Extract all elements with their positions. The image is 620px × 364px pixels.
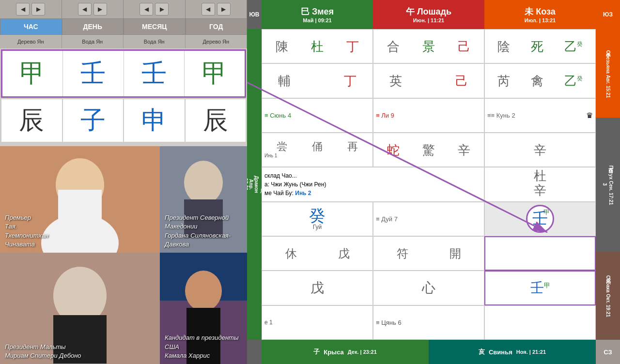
- bottom-left-spacer: [247, 340, 262, 364]
- next-month-btn[interactable]: ▶: [155, 3, 169, 15]
- left-labels: 辰ДраконАпр.07:21: [247, 29, 262, 340]
- year-branch: 辰: [185, 99, 247, 142]
- monkey-label: 申 Обезьяна Авг. 15:21: [596, 29, 620, 118]
- month-label[interactable]: МЕСЯЦ: [124, 18, 186, 35]
- hour-branch: 辰: [1, 99, 62, 142]
- photos-section: Премьер Тая. Тхемпонитхан Чинавата Прези…: [0, 146, 247, 364]
- year-label[interactable]: ГОД: [186, 18, 248, 35]
- nav-group-hour: ◀ ▶: [0, 0, 62, 18]
- day-stem: 壬: [63, 51, 124, 96]
- direction-sz: СЗ: [596, 340, 620, 364]
- day-sublabel: Вода Ян: [62, 35, 124, 48]
- main-grid: 陳 杜 丁 合 景 己 陰 死 乙癸: [262, 29, 596, 340]
- cell-r2c1: 輔 丁: [262, 63, 373, 98]
- photo-2-caption: Президент Северной Македонии Гордана Сил…: [165, 213, 247, 249]
- dog-label: 戌 Собака Окт. 19:21: [596, 251, 620, 340]
- next-year-btn[interactable]: ▶: [217, 3, 231, 15]
- cell-r4c3: 辛: [484, 133, 596, 167]
- hour-sublabel: Дерево Ян: [0, 35, 62, 48]
- photo-thai-pm: Премьер Тая. Тхемпонитхан Чинавата: [0, 146, 160, 253]
- col-goat: 未 Коза Июл. | 13:21: [484, 0, 596, 29]
- svg-point-13: [185, 271, 222, 311]
- rat-cell: 子 Крыса Дек. | 23:21: [262, 340, 429, 364]
- sublabel-row: Дерево Ян Вода Ян Вода Ян Дерево Ян: [0, 35, 247, 48]
- calendar-header: ЮВ 巳 Змея Май | 09:21 午 Лошадь Июн. | 11…: [247, 0, 620, 29]
- pig-cell: 亥 Свинья Ноя. | 21:21: [429, 340, 596, 364]
- photo-3-caption: Президент Мальты Мириам Спитери Дебоно: [5, 343, 81, 360]
- left-panel: ◀ ▶ ◀ ▶ ◀ ▶ ◀ ▶ ЧАС ДЕНЬ МЕСЯЦ ГОД Дерев…: [0, 0, 247, 364]
- dragon-label: 辰ДраконАпр.07:21: [247, 29, 262, 340]
- photo-kamala: Кандидат в президенты США Камала Харрис: [160, 253, 247, 364]
- cell-r8c3: 壬甲: [484, 271, 596, 305]
- prev-day-btn[interactable]: ◀: [78, 3, 92, 15]
- direction-yuv: ЮВ: [247, 0, 262, 29]
- cell-r6c2: ≡ Дуй 7: [373, 202, 484, 236]
- cell-r3c2: ≡ Ли 9: [373, 98, 484, 133]
- cell-r3c3: ≡≡ Кунь 2 ♛: [484, 98, 596, 133]
- right-labels: 申 Обезьяна Авг. 15:21 酉 Петух Сен. 17:21…: [596, 29, 620, 340]
- prev-month-btn[interactable]: ◀: [140, 3, 153, 15]
- cell-r9c3: [484, 305, 596, 340]
- ton-circle: 壬 甲: [526, 205, 554, 233]
- cell-r7c3: [484, 236, 596, 271]
- cell-r6c1: 癸 Гуй: [262, 202, 373, 236]
- cell-r9c2: ≡ Цянь 6: [373, 305, 484, 340]
- nav-row: ◀ ▶ ◀ ▶ ◀ ▶ ◀ ▶: [0, 0, 247, 18]
- nav-group-day: ◀ ▶: [62, 0, 124, 18]
- photo-4-caption: Кандидат в президенты США Камала Харрис: [165, 334, 247, 360]
- cell-r1c1: 陳 杜 丁: [262, 29, 373, 63]
- year-stem: 甲: [185, 51, 245, 96]
- cell-r8c1: 戊: [262, 271, 373, 305]
- cell-r4c2: 蛇 驚 辛: [373, 133, 484, 167]
- cell-r5c3: 杜 辛: [484, 167, 596, 201]
- hour-label[interactable]: ЧАС: [0, 18, 62, 35]
- svg-point-5: [184, 161, 223, 204]
- prev-year-btn[interactable]: ◀: [202, 3, 215, 15]
- cell-r8c2: 心: [373, 271, 484, 305]
- nav-group-month: ◀ ▶: [124, 0, 186, 18]
- heavenly-stems-row: 甲 壬 壬 甲: [1, 49, 246, 98]
- cell-r7c1: 休 戊: [262, 236, 373, 271]
- cell-r6c3-ton: 壬 甲: [484, 202, 596, 236]
- month-sublabel: Вода Ян: [124, 35, 186, 48]
- photo-north-macedonia: Президент Северной Македонии Гордана Сил…: [160, 146, 247, 253]
- direction-yuz: ЮЗ: [596, 0, 620, 29]
- earthly-branches-row: 辰 子 申 辰: [1, 99, 246, 142]
- day-label[interactable]: ДЕНЬ: [62, 18, 124, 35]
- cell-r9c1: е 1: [262, 305, 373, 340]
- right-panel: ЮВ 巳 Змея Май | 09:21 午 Лошадь Июн. | 11…: [247, 0, 620, 364]
- nav-group-year: ◀ ▶: [186, 0, 248, 18]
- col-snake: 巳 Змея Май | 09:21: [262, 0, 373, 29]
- calendar-body: 辰ДраконАпр.07:21 陳 杜 丁 合 景 己: [247, 29, 620, 340]
- next-day-btn[interactable]: ▶: [93, 3, 107, 15]
- photo-malta: Президент Мальты Мириам Спитери Дебоно: [0, 253, 160, 364]
- cell-r3c1: ≡ Сюнь 4: [262, 98, 373, 133]
- month-branch: 申: [124, 99, 185, 142]
- cell-r2c3: 芮 禽 乙癸: [484, 63, 596, 98]
- cell-r4c1: 尝 俑 再 Инь 1: [262, 133, 373, 167]
- cell-r7c2: 符 開: [373, 236, 484, 271]
- cell-r1c3: 陰 死 乙癸: [484, 29, 596, 63]
- label-row: ЧАС ДЕНЬ МЕСЯЦ ГОД: [0, 18, 247, 35]
- svg-rect-3: [58, 190, 102, 228]
- photo-1-caption: Премьер Тая. Тхемпонитхан Чинавата: [5, 213, 48, 249]
- month-stem: 壬: [124, 51, 185, 96]
- cell-info: склад Чао... а: Чжи Жунь (Чжи Рен) ме Ча…: [262, 167, 484, 201]
- rooster-label: 酉 Петух Сен. 17:213: [596, 118, 620, 251]
- hour-stem: 甲: [2, 51, 63, 96]
- prev-hour-btn[interactable]: ◀: [16, 3, 30, 15]
- cell-r1c2: 合 景 己: [373, 29, 484, 63]
- cell-r2c2: 英 己: [373, 63, 484, 98]
- bottom-bar: 子 Крыса Дек. | 23:21 亥 Свинья Ноя. | 21:…: [247, 340, 620, 364]
- col-horse: 午 Лошадь Июн. | 11:21: [373, 0, 484, 29]
- day-branch: 子: [62, 99, 124, 142]
- year-sublabel: Дерево Ян: [186, 35, 248, 48]
- next-hour-btn[interactable]: ▶: [31, 3, 45, 15]
